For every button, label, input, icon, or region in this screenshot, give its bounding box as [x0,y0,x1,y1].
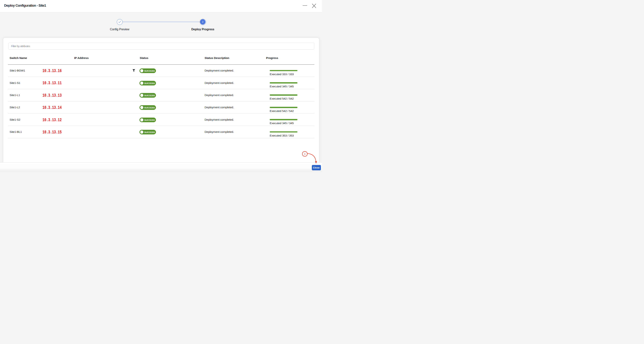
svg-text:1: 1 [304,152,306,155]
